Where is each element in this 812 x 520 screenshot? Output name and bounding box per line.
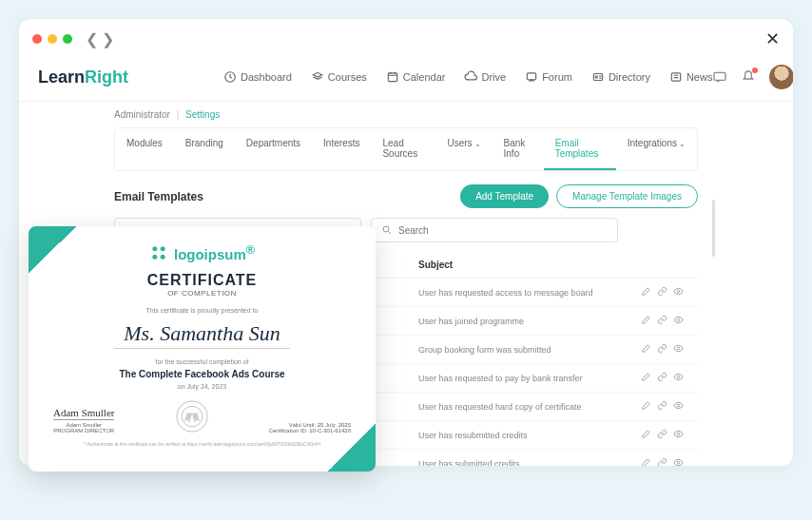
section-header: Email Templates Add Template Manage Temp… (114, 171, 698, 218)
tab-departments[interactable]: Departments (235, 128, 312, 170)
eye-icon[interactable] (673, 315, 684, 327)
eye-icon[interactable] (673, 343, 684, 356)
nav-dashboard[interactable]: Dashboard (223, 70, 292, 84)
svg-point-18 (152, 246, 157, 251)
link-icon[interactable] (657, 315, 667, 327)
minimize-dot[interactable] (48, 34, 57, 44)
close-dot[interactable] (32, 34, 42, 44)
edit-icon[interactable] (641, 315, 651, 327)
cert-logo-icon (149, 243, 168, 262)
news-icon (669, 70, 683, 84)
link-icon[interactable] (657, 429, 667, 441)
cert-sig-role: PROGRAM DIRECTOR (53, 428, 114, 433)
eye-icon[interactable] (673, 372, 684, 384)
cert-id: Certification ID: 10-C-301-61420 (269, 428, 351, 433)
edit-icon[interactable] (641, 372, 651, 384)
tab-lead-sources[interactable]: Lead Sources (371, 128, 435, 170)
cert-logo-text: logoipsum® (174, 243, 255, 262)
link-icon[interactable] (657, 286, 667, 299)
nav-news[interactable]: News (669, 70, 713, 84)
cert-sig-script: Adam Smuller (53, 407, 114, 420)
topbar: LearnRight Dashboard Courses Calendar Dr… (19, 59, 793, 102)
nav-drive[interactable]: Drive (464, 70, 506, 84)
col-subj: Subject (418, 260, 641, 270)
cert-logo: logoipsum® (53, 243, 351, 262)
tab-email-templates[interactable]: Email Templates (544, 128, 616, 170)
nav-courses[interactable]: Courses (311, 70, 367, 84)
link-icon[interactable] (657, 372, 667, 384)
tab-bank-info[interactable]: Bank Info (493, 128, 544, 170)
eye-icon[interactable] (673, 457, 684, 466)
nav-forum[interactable]: Forum (525, 70, 572, 84)
cert-title: CERTIFICATE (53, 272, 351, 289)
svg-point-11 (677, 376, 680, 378)
dashboard-icon (223, 70, 237, 84)
forward-icon[interactable]: ❯ (102, 30, 114, 48)
cert-date: on July 24, 2023 (53, 383, 351, 390)
svg-point-13 (677, 433, 680, 435)
settings-tabs: Modules Branding Departments Interests L… (114, 127, 698, 171)
avatar[interactable] (769, 65, 793, 89)
row-subj: User has requested hard copy of certific… (418, 402, 641, 412)
scrollbar[interactable] (712, 200, 715, 257)
col-actions (641, 260, 698, 270)
cert-recipient-name: Ms. Samantha Sun (114, 321, 289, 349)
eye-icon[interactable] (673, 400, 684, 413)
svg-point-23 (182, 406, 203, 427)
link-icon[interactable] (657, 457, 667, 466)
cert-present-text: This certificate is proudly presented to (53, 307, 351, 314)
link-icon[interactable] (657, 343, 667, 356)
breadcrumb: Administrator | Settings (19, 102, 793, 127)
forum-icon (525, 70, 538, 84)
row-actions (641, 429, 698, 441)
svg-rect-2 (527, 73, 535, 80)
directory-icon (591, 70, 605, 84)
breadcrumb-admin[interactable]: Administrator (114, 109, 170, 120)
svg-point-22 (176, 401, 206, 432)
edit-icon[interactable] (641, 286, 651, 299)
edit-icon[interactable] (641, 429, 651, 441)
add-template-button[interactable]: Add Template (460, 184, 549, 208)
search-box[interactable] (371, 218, 618, 242)
tab-modules[interactable]: Modules (115, 128, 174, 170)
svg-point-12 (677, 404, 680, 407)
edit-icon[interactable] (641, 343, 651, 356)
nav-directory[interactable]: Directory (591, 70, 650, 84)
tab-branding[interactable]: Branding (174, 128, 235, 170)
link-icon[interactable] (657, 400, 667, 413)
cert-footer: Adam Smuller Adam Smuller PROGRAM DIRECT… (53, 399, 351, 433)
tab-integrations[interactable]: Integrations⌄ (616, 128, 697, 170)
chat-icon[interactable] (712, 69, 727, 85)
row-actions (641, 372, 698, 384)
row-subj: User has requested access to message boa… (418, 288, 641, 298)
manage-images-button[interactable]: Manage Template Images (556, 184, 698, 208)
eye-icon[interactable] (673, 286, 684, 299)
back-icon[interactable]: ❮ (86, 30, 98, 48)
bell-icon[interactable] (741, 69, 756, 85)
cert-content: logoipsum® CERTIFICATE OF COMPLETION Thi… (29, 226, 376, 464)
edit-icon[interactable] (641, 457, 651, 466)
breadcrumb-current: Settings (185, 109, 220, 120)
tab-interests[interactable]: Interests (312, 128, 371, 170)
svg-point-9 (677, 318, 680, 321)
certificate-card: logoipsum® CERTIFICATE OF COMPLETION Thi… (29, 226, 376, 472)
search-input[interactable] (398, 225, 608, 236)
edit-icon[interactable] (641, 400, 651, 413)
calendar-icon (386, 70, 399, 84)
cert-auth-text: * Authenticate at the certificate can be… (53, 441, 351, 447)
svg-point-20 (152, 255, 157, 260)
nav-calendar[interactable]: Calendar (386, 70, 446, 84)
row-subj: User has resubmitted credits (418, 431, 641, 440)
app-logo[interactable]: LearnRight (38, 67, 128, 87)
drive-icon (464, 70, 477, 84)
logo-part2: Right (85, 67, 128, 87)
maximize-dot[interactable] (63, 34, 72, 44)
close-icon[interactable]: ✕ (765, 29, 780, 49)
traffic-lights (32, 34, 72, 44)
svg-point-19 (161, 246, 165, 251)
svg-point-10 (677, 347, 680, 350)
cert-validity: Valid Until: 25 July, 2025 Certification… (269, 422, 351, 433)
svg-rect-1 (388, 73, 396, 82)
eye-icon[interactable] (673, 429, 684, 441)
tab-users[interactable]: Users⌄ (435, 128, 492, 170)
